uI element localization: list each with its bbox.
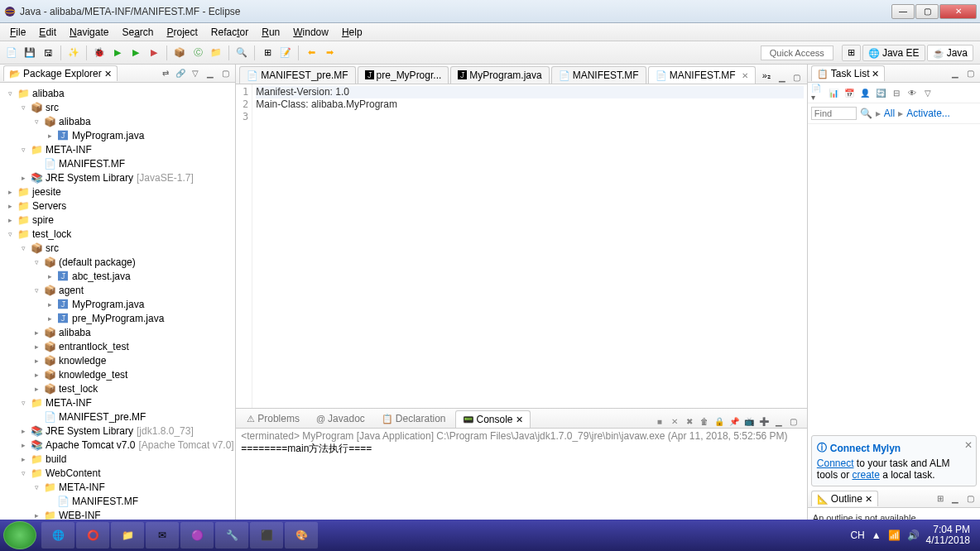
close-mylyn-icon[interactable]: ✕ — [964, 439, 973, 451]
hide-icon[interactable]: 👁 — [906, 86, 919, 99]
taskbar-ie[interactable]: 🌐 — [41, 522, 74, 549]
toggle-button[interactable]: ⊞ — [259, 45, 276, 61]
perspective-javaee[interactable]: 🌐 Java EE — [862, 45, 925, 61]
sync-icon[interactable]: 🔄 — [874, 86, 887, 99]
tree-metainf2[interactable]: ▿📁META-INF — [0, 395, 235, 410]
clear-console-icon[interactable]: 🗑 — [698, 414, 711, 428]
tree-default-pkg[interactable]: ▿📦(default package) — [0, 255, 235, 269]
tree-webcontent-metainf[interactable]: ▿📁META-INF — [0, 480, 235, 494]
editor-tab-2[interactable]: 🅹pre_MyProgr... — [358, 66, 449, 84]
tree-tomcat[interactable]: ▸📚Apache Tomcat v7.0[Apache Tomcat v7.0] — [0, 438, 235, 452]
tree-webcontent-manifest[interactable]: 📄MANIFEST.MF — [0, 494, 235, 508]
tree-myprogram[interactable]: ▸🅹MyProgram.java — [0, 128, 235, 142]
focus-icon[interactable]: 👤 — [858, 86, 872, 99]
tab-console[interactable]: 📟 Console ✕ — [455, 410, 531, 428]
menu-search[interactable]: Search — [115, 25, 160, 40]
debug-button[interactable]: 🐞 — [91, 45, 108, 61]
collapse-all-icon[interactable]: ⇄ — [159, 67, 172, 80]
tree-manifest[interactable]: 📄MANIFEST.MF — [0, 156, 235, 170]
maximize-view-icon[interactable]: ▢ — [219, 67, 232, 80]
save-all-button[interactable]: 🖫 — [40, 45, 56, 61]
create-link[interactable]: create — [852, 469, 879, 481]
menu-window[interactable]: Window — [286, 25, 335, 40]
open-console-icon[interactable]: ➕ — [757, 414, 771, 428]
tree-webcontent[interactable]: ▿📁WebContent — [0, 466, 235, 480]
quick-access[interactable]: Quick Access — [761, 46, 833, 60]
tray-lang[interactable]: CH — [850, 529, 864, 541]
tasklist-menu-icon[interactable]: ▽ — [921, 86, 934, 99]
open-perspective-button[interactable]: ⊞ — [842, 45, 861, 61]
tree-testlock[interactable]: ▿📁test_lock — [0, 227, 235, 241]
tab-javadoc[interactable]: @ Javadoc — [309, 410, 372, 428]
new-button[interactable]: 📄 — [3, 45, 20, 61]
maximize-console-icon[interactable]: ▢ — [787, 414, 800, 428]
maximize-button[interactable]: ▢ — [915, 4, 939, 19]
menu-project[interactable]: Project — [160, 25, 204, 40]
all-link[interactable]: All — [884, 108, 895, 119]
remove-launch-icon[interactable]: ✕ — [668, 414, 681, 428]
minimize-console-icon[interactable]: ▁ — [772, 414, 785, 428]
tree-metainf[interactable]: ▿📁META-INF — [0, 142, 235, 156]
editor-area[interactable]: 123 Manifest-Version: 1.0Main-Class: ali… — [236, 84, 807, 409]
maximize-outline-icon[interactable]: ▢ — [963, 492, 977, 505]
tree-build[interactable]: ▸📁build — [0, 452, 235, 466]
menu-file[interactable]: File — [3, 25, 32, 40]
terminate-icon[interactable]: ■ — [653, 414, 666, 428]
tree-testlock-src[interactable]: ▿📦src — [0, 241, 235, 255]
tree-spire[interactable]: ▸📁spire — [0, 213, 235, 227]
save-button[interactable]: 💾 — [22, 45, 38, 61]
tree-testlock-pkg[interactable]: ▸📦test_lock — [0, 381, 235, 395]
search-icon[interactable]: 🔍 — [860, 108, 872, 119]
start-button[interactable] — [3, 521, 36, 549]
tree-entrantlock[interactable]: ▸📦entrantlock_test — [0, 339, 235, 353]
open-type-button[interactable]: 📁 — [208, 45, 224, 61]
tree-project-alibaba[interactable]: ▿📁alibaba — [0, 86, 235, 100]
new-task-icon[interactable]: 📄▾ — [811, 86, 824, 99]
tree-jre18[interactable]: ▸📚JRE System Library[jdk1.8.0_73] — [0, 424, 235, 438]
schedule-icon[interactable]: 📅 — [843, 86, 856, 99]
tree-knowledge[interactable]: ▸📦knowledge — [0, 353, 235, 367]
display-console-icon[interactable]: 📺 — [742, 414, 756, 428]
tree-jeesite[interactable]: ▸📁jeesite — [0, 184, 235, 199]
taskbar-app1[interactable]: 🔧 — [215, 522, 248, 549]
external-tools-button[interactable]: ▶ — [146, 45, 162, 61]
taskbar-eclipse[interactable]: 🟣 — [180, 522, 214, 549]
tree-agent[interactable]: ▿📦agent — [0, 283, 235, 297]
tray-date[interactable]: 4/11/2018 — [926, 535, 970, 546]
taskbar-explorer[interactable]: 📁 — [111, 522, 144, 549]
outline-tab[interactable]: 📐 Outline ✕ — [811, 491, 878, 506]
menu-edit[interactable]: Edit — [32, 25, 63, 40]
nav-forward-button[interactable]: ➡ — [321, 45, 338, 61]
taskbar-outlook[interactable]: ✉ — [146, 522, 179, 549]
tree-agent-myprogram[interactable]: ▸🅹MyProgram.java — [0, 297, 235, 311]
annotation-button[interactable]: 📝 — [277, 45, 294, 61]
minimize-button[interactable]: — — [891, 4, 915, 19]
tree-pre-myprogram[interactable]: ▸🅹pre_MyProgram.java — [0, 311, 235, 325]
nav-back-button[interactable]: ⬅ — [303, 45, 319, 61]
new-class-button[interactable]: Ⓒ — [190, 45, 206, 61]
maximize-tasklist-icon[interactable]: ▢ — [963, 67, 977, 80]
editor-overflow[interactable]: »₂ — [757, 68, 776, 84]
tree-pkg-alibaba[interactable]: ▿📦alibaba — [0, 114, 235, 128]
editor-tab-5[interactable]: 📄MANIFEST.MF✕ — [648, 66, 756, 84]
scroll-lock-icon[interactable]: 🔒 — [713, 414, 726, 428]
tree-manifest-pre[interactable]: 📄MANIFEST_pre.MF — [0, 410, 235, 424]
system-tray[interactable]: CH ▲ 📶 🔊 7:04 PM4/11/2018 — [850, 525, 977, 546]
console-output[interactable]: <terminated> MyProgram [Java Application… — [236, 429, 807, 528]
close-button[interactable]: ✕ — [939, 4, 977, 19]
perspective-java[interactable]: ☕ Java — [927, 45, 973, 61]
editor-tab-4[interactable]: 📄MANIFEST.MF — [551, 66, 646, 84]
tree-servers[interactable]: ▸📁Servers — [0, 199, 235, 213]
tray-volume-icon[interactable]: 🔊 — [907, 529, 920, 541]
tray-network-icon[interactable]: 📶 — [888, 529, 901, 541]
taskbar-cmd[interactable]: ⬛ — [250, 522, 283, 549]
tree-knowledge-test[interactable]: ▸📦knowledge_test — [0, 367, 235, 381]
run-last-button[interactable]: ▶ — [127, 45, 144, 61]
tab-problems[interactable]: ⚠ Problems — [239, 410, 307, 428]
menu-refactor[interactable]: Refactor — [204, 25, 255, 40]
activate-link[interactable]: Activate... — [906, 108, 950, 119]
taskbar-chrome[interactable]: ⭕ — [76, 522, 109, 549]
code-editor[interactable]: Manifest-Version: 1.0Main-Class: alibaba… — [252, 84, 807, 408]
package-tree[interactable]: ▿📁alibaba ▿📦src ▿📦alibaba ▸🅹MyProgram.ja… — [0, 83, 235, 528]
tab-declaration[interactable]: 📋 Declaration — [374, 410, 454, 428]
